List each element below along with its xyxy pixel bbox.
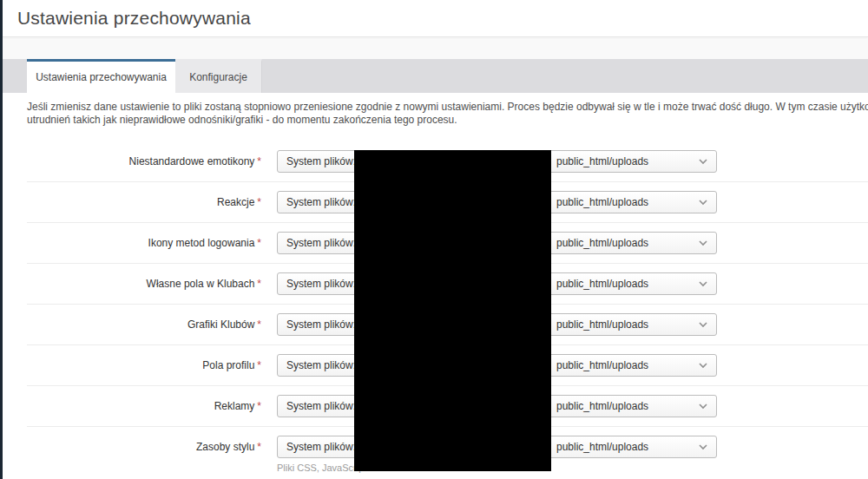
select-value-suffix: public_html/uploads (556, 192, 648, 213)
page-title: Ustawienia przechowywania (17, 8, 251, 29)
chevron-down-icon (698, 156, 708, 167)
description-line-1: Jeśli zmienisz dane ustawienie to pliki … (27, 101, 868, 114)
required-marker: * (257, 155, 261, 167)
chevron-down-icon (698, 238, 708, 248)
required-marker: * (257, 400, 261, 412)
select-value-suffix: public_html/uploads (556, 151, 648, 172)
tab-storage-settings[interactable]: Ustawienia przechowywania (27, 59, 175, 93)
field-label: Zasoby stylu* (27, 441, 261, 453)
select-value-suffix: public_html/uploads (556, 396, 648, 417)
select-value-suffix: public_html/uploads (556, 436, 648, 457)
required-marker: * (257, 278, 261, 290)
tab-configurations[interactable]: Konfiguracje (175, 59, 262, 93)
description-line-2: utrudnień takich jak nieprawidłowe odnoś… (27, 114, 868, 127)
header-gap (3, 38, 868, 59)
chevron-down-icon (698, 360, 708, 371)
required-marker: * (257, 318, 261, 331)
chevron-down-icon (698, 279, 708, 289)
chevron-down-icon (698, 197, 708, 207)
required-marker: * (257, 237, 261, 249)
required-marker: * (257, 359, 261, 371)
field-label: Pola profilu* (27, 359, 261, 371)
storage-description: Jeśli zmienisz dane ustawienie to pliki … (27, 101, 868, 127)
chevron-down-icon (698, 442, 708, 452)
chevron-down-icon (698, 319, 708, 330)
select-value-suffix: public_html/uploads (556, 314, 648, 335)
admin-page: Ustawienia przechowywania Ustawienia prz… (0, 0, 868, 479)
sidebar-edge (0, 0, 3, 479)
field-label: Niestandardowe emotikony* (27, 155, 261, 167)
required-marker: * (257, 441, 261, 453)
field-label: Grafiki Klubów* (27, 318, 261, 331)
tabbar-spacer (3, 59, 27, 93)
redaction-box (354, 150, 551, 471)
select-value-suffix: public_html/uploads (556, 355, 648, 376)
field-label: Reklamy* (27, 400, 261, 412)
field-label: Reakcje* (27, 196, 261, 208)
required-marker: * (257, 196, 261, 208)
chevron-down-icon (698, 401, 708, 411)
select-value-suffix: public_html/uploads (556, 273, 648, 294)
page-header: Ustawienia przechowywania (3, 0, 868, 37)
select-value-suffix: public_html/uploads (556, 233, 648, 253)
field-label: Własne pola w Klubach* (27, 278, 261, 290)
tab-bar: Ustawienia przechowywania Konfiguracje (3, 59, 868, 93)
field-label: Ikony metod logowania* (27, 237, 261, 249)
